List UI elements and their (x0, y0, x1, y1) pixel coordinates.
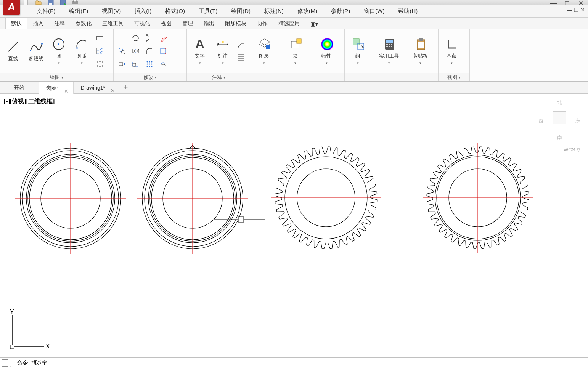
doc-close-button[interactable]: ✕ (580, 7, 585, 13)
ribbon: 直线 多段线 圆▾ 圆弧▾ 绘图▾ (0, 29, 588, 82)
gear-drawing-4 (423, 143, 533, 253)
app-logo[interactable]: A (3, 0, 20, 15)
menu-modify[interactable]: 修改(M) (291, 5, 325, 18)
svg-point-11 (62, 40, 63, 41)
ribbon-tab-annotate[interactable]: 注释 (49, 18, 70, 29)
menu-params[interactable]: 参数(P) (324, 5, 357, 18)
ribbon-tab-parametric[interactable]: 参数化 (70, 18, 97, 29)
circle-label: 圆 (56, 53, 61, 59)
layers-button[interactable]: 图层▾ (253, 30, 275, 71)
ribbon-tab-3dtools[interactable]: 三维工具 (97, 18, 129, 29)
menu-help[interactable]: 帮助(H) (391, 5, 424, 18)
doc-minimize-button[interactable]: — (567, 7, 572, 13)
trim-icon[interactable] (144, 33, 155, 43)
explode-icon[interactable] (158, 46, 169, 56)
svg-rect-47 (391, 44, 392, 45)
drawing-canvas[interactable]: [-][俯视][二维线框] 北 南 西 东 WCS ▽ (0, 94, 588, 357)
dimension-button[interactable]: 标注▾ (212, 30, 233, 71)
copy-icon[interactable] (117, 46, 127, 56)
erase-icon[interactable] (158, 33, 169, 43)
ribbon-tab-default[interactable]: 默认 (5, 18, 27, 29)
ribbon-tab-overflow[interactable]: ▣▾ (305, 19, 323, 29)
command-line[interactable]: ✕ 命令: *取消* 命令: *取消* (0, 357, 588, 367)
svg-rect-38 (297, 39, 301, 43)
menu-view[interactable]: 视图(V) (95, 5, 128, 18)
leader-icon[interactable] (236, 39, 246, 50)
array-icon[interactable] (144, 59, 155, 69)
fillet-icon[interactable] (144, 46, 155, 56)
svg-point-30 (149, 66, 150, 67)
base-button[interactable]: 基点▾ (441, 30, 462, 71)
panel-title-modify[interactable]: 修改▾ (114, 73, 186, 81)
grip-icon[interactable] (2, 359, 8, 367)
viewcube[interactable]: 北 南 西 东 WCS ▽ (538, 99, 580, 152)
menu-edit[interactable]: 编辑(E) (62, 5, 95, 18)
doc-tab-drawing1[interactable]: Drawing1*✕ (74, 82, 120, 94)
doc-tab-gear[interactable]: 齿圈*✕ (39, 82, 74, 94)
svg-rect-19 (133, 63, 136, 66)
mirror-icon[interactable] (130, 46, 141, 56)
text-label: 文字 (195, 53, 205, 59)
gear-drawing-2 (137, 143, 267, 254)
ribbon-tab-addins[interactable]: 附加模块 (220, 18, 252, 29)
ribbon-tab-view[interactable]: 视图 (156, 18, 177, 29)
viewcube-top[interactable] (553, 111, 566, 124)
cmdline-close-button[interactable]: ✕ (9, 358, 15, 367)
svg-text:X: X (46, 343, 50, 349)
properties-button[interactable]: 特性▾ (316, 30, 337, 71)
ribbon-tabs: 默认 插入 注释 参数化 三维工具 可视化 视图 管理 输出 附加模块 协作 精… (0, 18, 588, 29)
menu-dimension[interactable]: 标注(N) (257, 5, 291, 18)
ribbon-tab-output[interactable]: 输出 (198, 18, 220, 29)
svg-point-17 (121, 50, 125, 54)
hatch-icon[interactable] (95, 46, 105, 56)
offset-icon[interactable] (158, 59, 169, 69)
svg-rect-53 (418, 42, 424, 48)
svg-point-24 (149, 61, 150, 62)
svg-rect-18 (119, 63, 123, 66)
ribbon-tab-collab[interactable]: 协作 (252, 18, 273, 29)
move-icon[interactable] (117, 33, 127, 43)
panel-title-annot[interactable]: 注释▾ (187, 73, 251, 81)
rotate-icon[interactable] (130, 33, 141, 43)
block-button[interactable]: 块▾ (284, 30, 306, 71)
clipboard-button[interactable]: 剪贴板▾ (410, 30, 431, 71)
scale-icon[interactable] (130, 59, 141, 69)
menu-draw[interactable]: 绘图(D) (224, 5, 257, 18)
ribbon-tab-manage[interactable]: 管理 (177, 18, 198, 29)
stretch-icon[interactable] (117, 59, 127, 69)
doc-tab-start[interactable]: 开始 (7, 82, 39, 94)
line-label: 直线 (8, 55, 18, 62)
ribbon-tab-visualize[interactable]: 可视化 (129, 18, 156, 29)
text-button[interactable]: A 文字▾ (189, 30, 210, 71)
menu-tools[interactable]: 工具(T) (192, 5, 224, 18)
ribbon-tab-insert[interactable]: 插入 (27, 18, 49, 29)
line-button[interactable]: 直线 (2, 30, 24, 71)
circle-button[interactable]: 圆▾ (48, 30, 69, 71)
utilities-button[interactable]: 实用工具▾ (378, 30, 400, 71)
doc-restore-button[interactable]: ❐ (574, 7, 579, 13)
menu-format[interactable]: 格式(O) (158, 5, 192, 18)
svg-point-16 (119, 48, 123, 52)
rectangle-icon[interactable] (95, 33, 105, 43)
arc-button[interactable]: 圆弧▾ (71, 30, 92, 71)
svg-point-34 (222, 41, 224, 43)
svg-text:Y: Y (10, 309, 14, 315)
svg-rect-44 (386, 40, 393, 43)
svg-rect-20 (133, 61, 138, 66)
panel-title-view[interactable]: 视图▾ (439, 73, 469, 81)
group-button[interactable]: 组▾ (347, 30, 368, 71)
menu-file[interactable]: 文件(F) (30, 5, 62, 18)
menu-window[interactable]: 窗口(W) (357, 5, 391, 18)
dimension-label: 标注 (218, 53, 228, 59)
menu-insert[interactable]: 插入(I) (128, 5, 158, 18)
ribbon-tab-featured[interactable]: 精选应用 (273, 18, 305, 29)
table-icon[interactable] (236, 52, 246, 63)
polyline-button[interactable]: 多段线 (25, 30, 47, 71)
svg-line-6 (8, 42, 18, 51)
panel-title-draw[interactable]: 绘图▾ (0, 73, 113, 81)
boundary-icon[interactable] (95, 59, 105, 69)
wcs-label[interactable]: WCS ▽ (564, 147, 580, 152)
new-tab-button[interactable]: + (120, 83, 132, 91)
svg-rect-52 (419, 38, 423, 41)
viewport-label[interactable]: [-][俯视][二维线框] (4, 98, 55, 106)
